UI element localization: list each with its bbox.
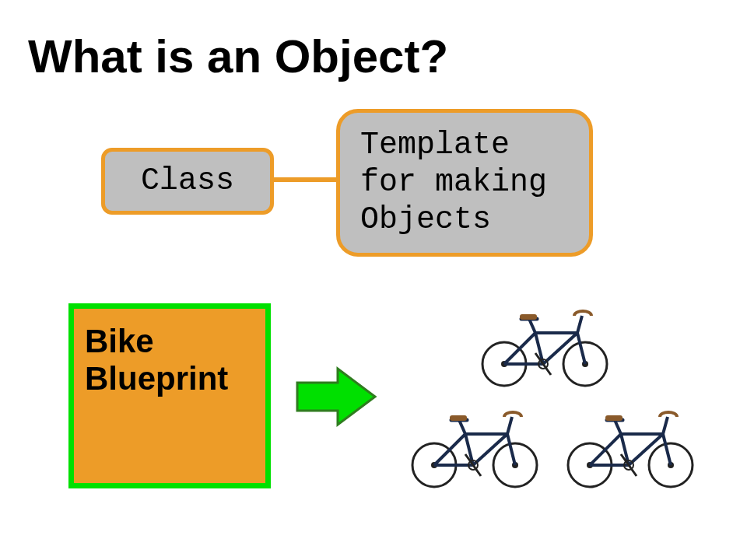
blueprint-box-label: Bike Blueprint xyxy=(85,323,228,397)
class-box: Class xyxy=(101,148,274,215)
slide-title: What is an Object? xyxy=(28,30,448,83)
connector-line xyxy=(274,177,336,182)
blueprint-box: Bike Blueprint xyxy=(68,303,271,488)
svg-marker-0 xyxy=(297,369,375,425)
template-box-label: Template for making Objects xyxy=(360,127,569,239)
class-box-label: Class xyxy=(141,163,234,200)
template-box: Template for making Objects xyxy=(336,109,593,257)
bicycle-icon xyxy=(560,397,700,490)
bike-instances xyxy=(405,296,716,498)
right-arrow-icon xyxy=(294,366,380,428)
svg-rect-17 xyxy=(605,415,622,421)
bicycle-icon xyxy=(475,296,615,389)
bicycle-icon xyxy=(405,397,545,490)
svg-rect-5 xyxy=(520,314,537,320)
svg-rect-11 xyxy=(450,415,467,421)
